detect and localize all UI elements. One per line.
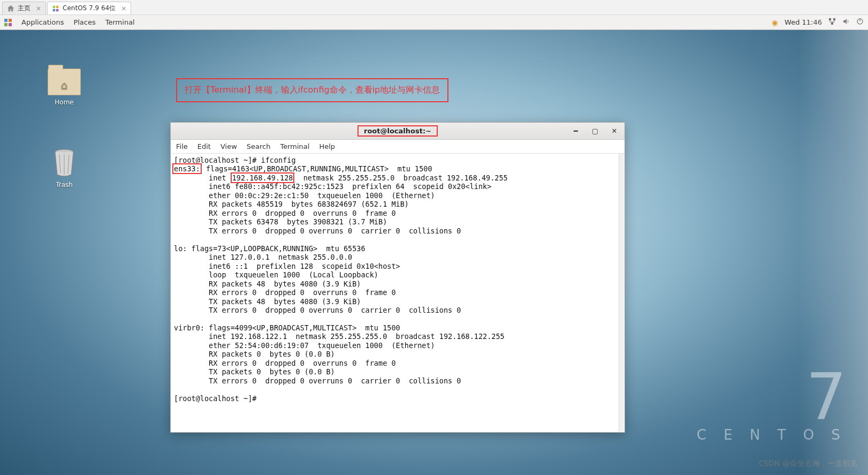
- menu-places[interactable]: Places: [73, 18, 95, 26]
- svg-rect-8: [829, 18, 831, 20]
- vm-tab-centos-label: CentOS 7.9 64位: [63, 4, 116, 13]
- menu-file[interactable]: File: [176, 142, 188, 150]
- menu-view[interactable]: View: [220, 142, 237, 150]
- watermark-seven: 7: [697, 371, 847, 423]
- volume-icon[interactable]: [842, 18, 850, 27]
- centos-watermark: 7 C E N T O S: [697, 371, 847, 443]
- power-icon[interactable]: [856, 18, 864, 27]
- menu-terminal[interactable]: Terminal: [280, 142, 309, 150]
- vm-tab-centos[interactable]: CentOS 7.9 64位 ×: [47, 2, 131, 14]
- close-button[interactable]: ✕: [608, 125, 620, 137]
- menu-help[interactable]: Help: [319, 142, 335, 150]
- gnome-top-bar: Applications Places Terminal ◉ Wed 11:46: [0, 15, 868, 30]
- home-icon: [7, 5, 14, 12]
- svg-rect-6: [4, 23, 7, 26]
- terminal-scrollbar[interactable]: [619, 154, 624, 432]
- inet-suffix: netmask 255.255.255.0 broadcast 192.168.…: [294, 174, 507, 182]
- prompt-line-2: [root@localhost ~]#: [174, 394, 261, 403]
- desktop-icon-trash[interactable]: Trash: [43, 148, 86, 189]
- minimize-button[interactable]: ━: [570, 125, 582, 137]
- menu-applications[interactable]: Applications: [21, 18, 64, 26]
- close-icon[interactable]: ×: [36, 5, 41, 12]
- ens33-details: inet6 fe80::a45f:bc42:925c:1523 prefixle…: [174, 182, 491, 235]
- close-icon[interactable]: ×: [121, 5, 126, 12]
- network-icon[interactable]: [828, 18, 836, 27]
- svg-rect-5: [9, 19, 12, 22]
- desktop-icon-trash-label: Trash: [43, 181, 86, 189]
- vm-tab-home[interactable]: 主页 ×: [2, 2, 46, 14]
- right-scrim: [798, 15, 868, 475]
- menu-edit[interactable]: Edit: [197, 142, 211, 150]
- desktop: Applications Places Terminal ◉ Wed 11:46…: [0, 15, 868, 475]
- vm-tab-bar: 主页 × CentOS 7.9 64位 ×: [0, 0, 868, 15]
- notification-icon[interactable]: ◉: [772, 18, 778, 27]
- folder-icon: [48, 69, 81, 95]
- menu-terminal[interactable]: Terminal: [105, 18, 135, 26]
- svg-rect-4: [4, 19, 7, 22]
- svg-rect-9: [833, 18, 835, 20]
- ip-address: 192.168.49.128: [231, 172, 295, 183]
- trash-icon: [52, 148, 77, 178]
- svg-rect-1: [56, 5, 58, 7]
- watermark-centos: C E N T O S: [697, 427, 847, 443]
- centos-icon: [52, 5, 59, 12]
- interface-ens33: ens33:: [172, 163, 202, 174]
- svg-rect-7: [9, 23, 12, 26]
- svg-rect-2: [53, 9, 55, 11]
- clock[interactable]: Wed 11:46: [785, 18, 822, 26]
- applications-icon: [4, 19, 12, 26]
- lo-block: lo: flags=73<UP,LOOPBACK,RUNNING> mtu 65…: [174, 244, 461, 314]
- terminal-titlebar[interactable]: root@localhost:~ ━ ▢ ✕: [171, 123, 625, 140]
- terminal-menubar: File Edit View Search Terminal Help: [171, 140, 625, 154]
- maximize-button[interactable]: ▢: [589, 125, 601, 137]
- csdn-watermark: CSDN @众生云海，一念初见: [759, 459, 857, 469]
- svg-rect-0: [53, 5, 55, 7]
- menu-search[interactable]: Search: [247, 142, 271, 150]
- svg-rect-3: [56, 9, 58, 11]
- terminal-body[interactable]: [root@localhost ~]# ifconfig ens33: flag…: [171, 154, 625, 432]
- terminal-title: root@localhost:~: [357, 125, 438, 137]
- terminal-window: root@localhost:~ ━ ▢ ✕ File Edit View Se…: [170, 122, 625, 433]
- inet-prefix: inet: [174, 174, 231, 182]
- vm-tab-home-label: 主页: [18, 4, 31, 13]
- desktop-icon-home-label: Home: [43, 99, 86, 106]
- virbr0-block: virbr0: flags=4099<UP,BROADCAST,MULTICAS…: [174, 323, 505, 385]
- desktop-icon-home[interactable]: Home: [43, 69, 86, 106]
- annotation-box: 打开【Terminal】终端，输入ifconfig命令，查看ip地址与网卡信息: [176, 78, 448, 102]
